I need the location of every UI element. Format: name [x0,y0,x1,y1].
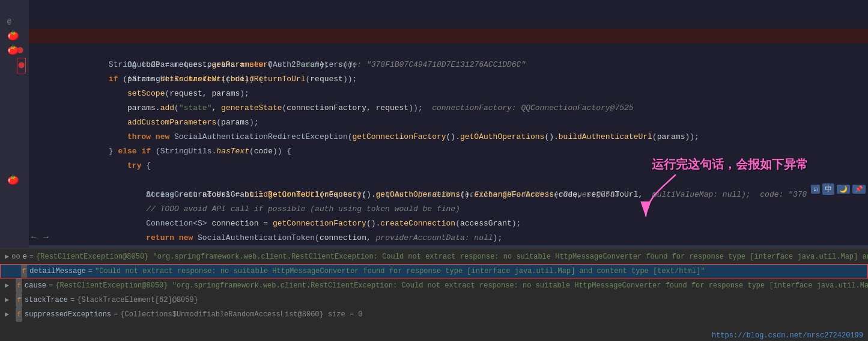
debug-field-value-suppressed: {Collections$UnmodifiableRandomAccessLis… [120,307,362,322]
debug-equals-e: = [29,250,34,264]
code-line-17: } catch (RestClientException e) { e: "or… [29,231,868,245]
scroll-forward-btn[interactable]: → [41,232,50,242]
code-line-15: Connection<S> connection = getConnection… [29,202,868,217]
gutter-icons [18,0,29,248]
debug-field-value-detail: "Could not extract response: no suitable… [95,264,705,278]
field-icon-detail: f [21,264,28,278]
debug-field-name-detail: detailMessage [29,264,86,278]
expand-icon-stack: ▶ [5,293,13,307]
debug-equals-detail: = [88,264,93,278]
expand-icon-detail [5,264,19,278]
code-line-9: throw new SocialAuthenticationRedirectEx… [29,115,868,130]
code-line-1: @ public SocialAuthenticationToken getAu… [29,0,868,14]
debug-equals-suppressed: = [114,307,118,322]
code-line-4: OAuth2Parameters params = new OAuth2Para… [29,43,868,58]
pin-icon[interactable]: 📌 [852,185,866,194]
code-line-7: params.add("state", generateState(connec… [29,87,868,101]
main-container: @ public SocialAuthenticationToken getAu… [0,0,868,341]
scroll-indicator: ← → [29,232,51,242]
debug-row-e[interactable]: ▶ oo e = {RestClientException@8050} "org… [0,250,868,264]
lang-indicator[interactable]: 中 [822,183,834,195]
code-editor[interactable]: @ public SocialAuthenticationToken getAu… [0,0,868,248]
debug-field-name-stack: stackTrace [25,293,68,307]
url-bar[interactable]: https://blog.csdn.net/nrsc272420199 [707,330,868,341]
code-line-14: // TODO avoid API call if possible (auth… [29,188,868,202]
debug-equals-stack: = [70,293,74,307]
debug-prefix: oo [11,250,20,264]
code-line-16: return new SocialAuthenticationToken(con… [29,217,868,231]
debug-equals-cause: = [49,278,53,293]
right-side-icons[interactable]: ☑ 中 🌙 📌 [811,182,868,196]
code-line-3: 🍅 ⬤ if (!StringUtils.hasText(code)) { [29,29,868,43]
debug-field-name-cause: cause [25,278,46,293]
code-line-13: AccessGrant accessGrant = getConnectionF… [29,173,868,188]
code-line-10: } else if (StringUtils.hasText(code)) { [29,130,868,144]
code-lines: @ public SocialAuthenticationToken getAu… [29,0,868,248]
code-line-12: 🍅 String returnToUrl = buildReturnToUrl(… [29,159,868,173]
moon-icon[interactable]: 🌙 [837,185,850,194]
code-line-6: setScope(request, params); [29,72,868,87]
debug-field-value-stack: {StackTraceElement[62]@8059} [77,293,198,307]
expand-icon-cause: ▶ [5,278,13,293]
code-line-2: 🍅 ⬤ String code = request.getParameter( … [29,14,868,29]
url-text: https://blog.csdn.net/nrsc272420199 [712,331,863,340]
code-line-5: params.setRedirectUri(buildReturnToUrl(r… [29,58,868,72]
debug-panel: ▶ oo e = {RestClientException@8050} "org… [0,248,868,341]
code-line-8: addCustomParameters(params); [29,101,868,115]
field-icon-cause: f [16,278,22,293]
expand-icon-suppressed: ▶ [5,307,13,322]
debug-row-suppressed[interactable]: ▶ f suppressedExceptions = {Collections$… [0,307,868,322]
debug-field-name-suppressed: suppressedExceptions [25,307,111,322]
checkbox-icon[interactable]: ☑ [811,185,820,194]
debug-field-name-e: e [23,250,27,264]
debug-field-value-cause: {RestClientException@8050} "org.springfr… [55,278,868,293]
debug-content: ▶ oo e = {RestClientException@8050} "org… [0,248,868,341]
debug-row-stacktrace[interactable]: ▶ f stackTrace = {StackTraceElement[62]@… [0,293,868,307]
debug-row-cause[interactable]: ▶ f cause = {RestClientException@8050} "… [0,278,868,293]
code-line-18: 🍅 💡 logger.debug(message: "failed to exc… [29,245,868,248]
debug-row-detail-message[interactable]: f detailMessage = "Could not extract res… [0,264,868,278]
debug-field-value-e: {RestClientException@8050} "org.springfr… [36,250,868,264]
field-icon-stack: f [16,293,22,307]
field-icon-suppressed: f [16,307,22,322]
expand-icon-e: ▶ [5,250,9,264]
code-line-11: try { [29,144,868,159]
scroll-back-btn[interactable]: ← [29,232,38,242]
